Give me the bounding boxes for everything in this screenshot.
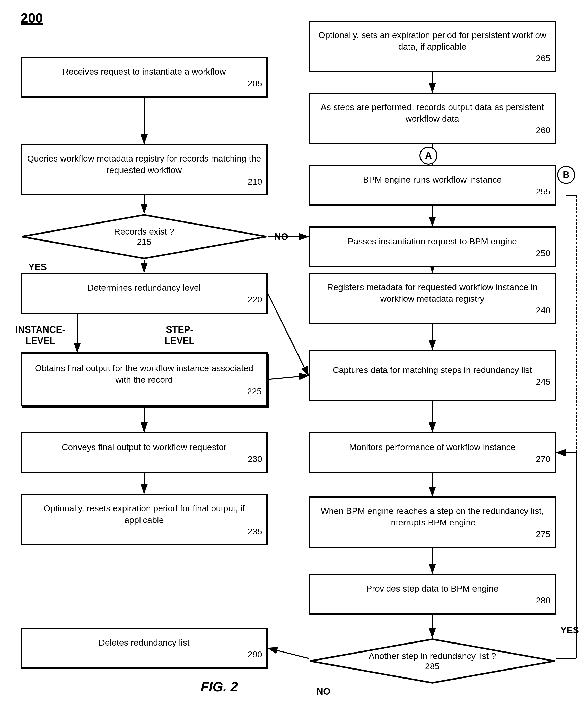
box-220-num: 220 bbox=[248, 295, 262, 305]
box-290-num: 290 bbox=[248, 649, 262, 659]
box-265-text: Optionally, sets an expiration period fo… bbox=[314, 29, 550, 52]
box-225-text: Obtains final output for the workflow in… bbox=[26, 362, 262, 385]
box-255: BPM engine runs workflow instance 255 bbox=[309, 165, 556, 206]
box-245: Captures data for matching steps in redu… bbox=[309, 350, 556, 401]
diagram-number: 200 bbox=[21, 10, 43, 26]
box-210: Queries workflow metadata registry for r… bbox=[21, 144, 268, 195]
svg-text:Records exist ?: Records exist ? bbox=[114, 226, 174, 236]
box-240: Registers metadata for requested workflo… bbox=[309, 273, 556, 324]
svg-text:285: 285 bbox=[425, 661, 440, 671]
box-225-num: 225 bbox=[247, 386, 262, 396]
box-225: Obtains final output for the workflow in… bbox=[21, 352, 268, 406]
box-220: Determines redundancy level 220 bbox=[21, 273, 268, 314]
box-260-num: 260 bbox=[536, 125, 550, 135]
box-230: Conveys final output to workflow request… bbox=[21, 432, 268, 473]
svg-line-8 bbox=[268, 293, 308, 375]
box-210-text: Queries workflow metadata registry for r… bbox=[26, 153, 262, 175]
box-270-text: Monitors performance of workflow instanc… bbox=[349, 441, 516, 453]
box-220-text: Determines redundancy level bbox=[87, 282, 201, 293]
box-265: Optionally, sets an expiration period fo… bbox=[309, 21, 556, 72]
box-280-text: Provides step data to BPM engine bbox=[366, 583, 499, 594]
box-280-num: 280 bbox=[536, 596, 550, 605]
svg-text:Another step in redundancy lis: Another step in redundancy list ? bbox=[369, 651, 496, 661]
fig-label: FIG. 2 bbox=[201, 679, 238, 694]
box-245-num: 245 bbox=[536, 377, 550, 387]
svg-text:215: 215 bbox=[137, 237, 151, 247]
yes-label-215: YES bbox=[28, 262, 47, 273]
box-235-num: 235 bbox=[248, 526, 262, 537]
box-205-num: 205 bbox=[248, 79, 262, 88]
svg-line-24 bbox=[268, 375, 308, 380]
box-280: Provides step data to BPM engine 280 bbox=[309, 574, 556, 615]
box-255-num: 255 bbox=[536, 187, 550, 196]
box-205: Receives request to instantiate a workfl… bbox=[21, 57, 268, 98]
box-250-text: Passes instantiation request to BPM engi… bbox=[348, 236, 517, 247]
box-235: Optionally, resets expiration period for… bbox=[21, 494, 268, 545]
box-230-text: Conveys final output to workflow request… bbox=[62, 441, 227, 453]
diamond-215: Records exist ? 215 NO YES bbox=[21, 214, 268, 260]
circle-a: A bbox=[419, 147, 438, 165]
no-label-215: NO bbox=[274, 232, 288, 242]
box-290-text: Deletes redundancy list bbox=[99, 637, 189, 648]
box-245-text: Captures data for matching steps in redu… bbox=[333, 364, 532, 375]
svg-marker-28 bbox=[310, 639, 554, 683]
box-270: Monitors performance of workflow instanc… bbox=[309, 432, 556, 473]
instance-level-label: INSTANCE-LEVEL bbox=[16, 324, 65, 346]
circle-b: B bbox=[557, 166, 575, 184]
box-205-text: Receives request to instantiate a workfl… bbox=[63, 66, 226, 77]
box-260: As steps are performed, records output d… bbox=[309, 93, 556, 144]
box-255-text: BPM engine runs workflow instance bbox=[363, 174, 502, 185]
box-240-num: 240 bbox=[536, 305, 550, 315]
svg-line-21 bbox=[268, 648, 309, 658]
box-275-text: When BPM engine reaches a step on the re… bbox=[314, 505, 550, 528]
box-235-text: Optionally, resets expiration period for… bbox=[26, 503, 262, 525]
yes-label-285: YES bbox=[561, 625, 579, 636]
box-210-num: 210 bbox=[248, 177, 262, 187]
box-275: When BPM engine reaches a step on the re… bbox=[309, 496, 556, 548]
box-230-num: 230 bbox=[248, 454, 262, 464]
diagram-container: 200 FIG. 2 bbox=[0, 0, 588, 714]
no-label-285: NO bbox=[316, 686, 331, 697]
box-250: Passes instantiation request to BPM engi… bbox=[309, 226, 556, 267]
diamond-285: Another step in redundancy list ? 285 YE… bbox=[309, 638, 556, 684]
box-250-num: 250 bbox=[536, 248, 550, 258]
box-290: Deletes redundancy list 290 bbox=[21, 628, 268, 669]
box-270-num: 270 bbox=[536, 454, 550, 464]
box-265-num: 265 bbox=[536, 53, 550, 63]
step-level-label: STEP-LEVEL bbox=[165, 324, 194, 346]
box-240-text: Registers metadata for requested workflo… bbox=[314, 281, 550, 304]
box-260-text: As steps are performed, records output d… bbox=[314, 101, 550, 124]
box-275-num: 275 bbox=[536, 529, 550, 539]
svg-marker-25 bbox=[22, 215, 266, 259]
